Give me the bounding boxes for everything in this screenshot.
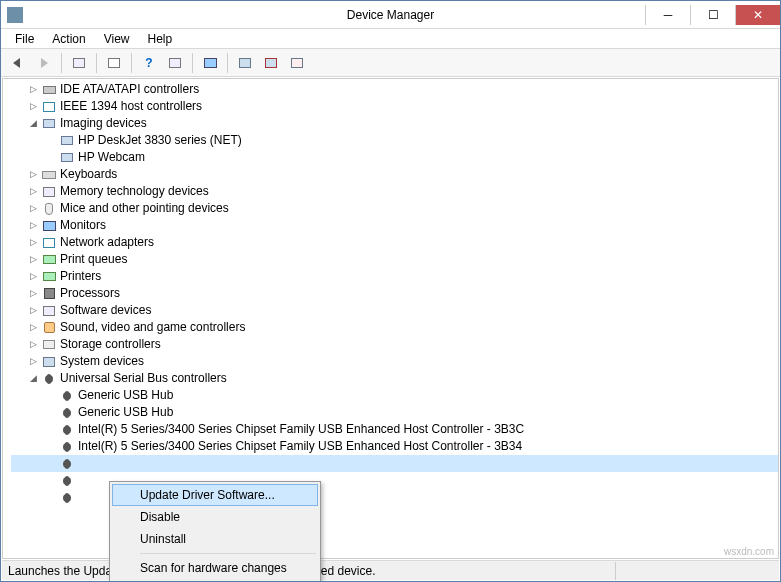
update-driver-button[interactable] — [234, 52, 256, 74]
net-icon — [41, 235, 57, 251]
expand-collapse-icon[interactable]: ▷ — [27, 81, 39, 98]
tree-node[interactable]: ▷Software devices — [11, 302, 778, 319]
tree-node[interactable] — [11, 455, 778, 472]
expand-collapse-icon[interactable]: ▷ — [27, 319, 39, 336]
storage-icon — [41, 337, 57, 353]
help-button[interactable]: ? — [138, 52, 160, 74]
tree-node[interactable]: ▷Storage controllers — [11, 336, 778, 353]
close-button[interactable]: ✕ — [735, 5, 780, 25]
tree-node[interactable]: ▷Monitors — [11, 217, 778, 234]
ctx-disable[interactable]: Disable — [112, 506, 318, 528]
back-button[interactable] — [7, 52, 29, 74]
tree-node-label: IEEE 1394 host controllers — [60, 98, 202, 115]
menu-action[interactable]: Action — [44, 30, 93, 48]
menu-help[interactable]: Help — [140, 30, 181, 48]
cam-icon — [41, 116, 57, 132]
tree-node[interactable]: ◢Universal Serial Bus controllers — [11, 370, 778, 387]
usb-icon — [59, 422, 75, 438]
ctx-uninstall[interactable]: Uninstall — [112, 528, 318, 550]
tree-node[interactable]: ▷IDE ATA/ATAPI controllers — [11, 81, 778, 98]
expand-collapse-icon[interactable]: ▷ — [27, 302, 39, 319]
cam-icon — [59, 133, 75, 149]
key-icon — [41, 167, 57, 183]
toolbar-separator — [227, 53, 228, 73]
tree-node[interactable]: ▷Mice and other pointing devices — [11, 200, 778, 217]
expand-collapse-icon[interactable]: ▷ — [27, 234, 39, 251]
tree-node[interactable]: Generic USB Hub — [11, 387, 778, 404]
printer-icon — [41, 269, 57, 285]
menu-view[interactable]: View — [96, 30, 138, 48]
app-icon — [7, 7, 23, 23]
ctx-item-label: Scan for hardware changes — [140, 561, 287, 575]
mouse-icon — [41, 201, 57, 217]
tree-node-label: System devices — [60, 353, 144, 370]
expand-collapse-icon[interactable]: ▷ — [27, 183, 39, 200]
scan-hardware-button[interactable] — [199, 52, 221, 74]
properties-button[interactable] — [103, 52, 125, 74]
window-buttons: ─ ☐ ✕ — [645, 5, 780, 25]
net-icon — [41, 99, 57, 115]
tree-node[interactable]: ▷Printers — [11, 268, 778, 285]
tree-node[interactable]: ▷Keyboards — [11, 166, 778, 183]
tree-node[interactable]: ◢Imaging devices — [11, 115, 778, 132]
toolbar-separator — [131, 53, 132, 73]
expand-collapse-icon[interactable]: ◢ — [27, 370, 39, 387]
toolbar-separator — [61, 53, 62, 73]
tree-node-label: IDE ATA/ATAPI controllers — [60, 81, 199, 98]
uninstall-button[interactable] — [260, 52, 282, 74]
expand-collapse-icon[interactable]: ▷ — [27, 336, 39, 353]
tree-node[interactable]: ▷System devices — [11, 353, 778, 370]
tree-node-label: Generic USB Hub — [78, 387, 173, 404]
expand-collapse-icon[interactable]: ▷ — [27, 251, 39, 268]
tree-node-label: Imaging devices — [60, 115, 147, 132]
usb-icon — [59, 473, 75, 489]
ide-icon — [41, 82, 57, 98]
minimize-button[interactable]: ─ — [645, 5, 690, 25]
expand-collapse-icon[interactable]: ▷ — [27, 285, 39, 302]
toolbar-button[interactable] — [164, 52, 186, 74]
tree-node-label: Generic USB Hub — [78, 404, 173, 421]
watermark: wsxdn.com — [724, 546, 774, 557]
tree-node[interactable]: Intel(R) 5 Series/3400 Series Chipset Fa… — [11, 421, 778, 438]
tree-node-label: HP DeskJet 3830 series (NET) — [78, 132, 242, 149]
usb-icon — [59, 405, 75, 421]
expand-collapse-icon[interactable]: ▷ — [27, 217, 39, 234]
expand-collapse-icon[interactable]: ▷ — [27, 268, 39, 285]
usb-icon — [41, 371, 57, 387]
tree-node-label: Mice and other pointing devices — [60, 200, 229, 217]
disable-button[interactable] — [286, 52, 308, 74]
tree-node-label: Sound, video and game controllers — [60, 319, 245, 336]
ctx-scan-hardware[interactable]: Scan for hardware changes — [112, 557, 318, 579]
expand-collapse-icon[interactable]: ▷ — [27, 98, 39, 115]
tree-node-label: Monitors — [60, 217, 106, 234]
tree-node[interactable]: Generic USB Hub — [11, 404, 778, 421]
forward-button[interactable] — [33, 52, 55, 74]
maximize-button[interactable]: ☐ — [690, 5, 735, 25]
tree-node-label: Intel(R) 5 Series/3400 Series Chipset Fa… — [78, 421, 524, 438]
ctx-item-label: Disable — [140, 510, 180, 524]
tree-node[interactable]: ▷Network adapters — [11, 234, 778, 251]
box-icon — [41, 303, 57, 319]
menubar: File Action View Help — [1, 29, 780, 49]
device-tree: ▷IDE ATA/ATAPI controllers▷IEEE 1394 hos… — [3, 79, 778, 508]
tree-node[interactable]: HP DeskJet 3830 series (NET) — [11, 132, 778, 149]
tree-node[interactable]: ▷IEEE 1394 host controllers — [11, 98, 778, 115]
expand-collapse-icon[interactable]: ▷ — [27, 200, 39, 217]
expand-collapse-icon[interactable]: ▷ — [27, 353, 39, 370]
usb-icon — [59, 439, 75, 455]
menu-file[interactable]: File — [7, 30, 42, 48]
show-hide-console-tree-button[interactable] — [68, 52, 90, 74]
ctx-update-driver[interactable]: Update Driver Software... — [112, 484, 318, 506]
tree-node[interactable]: ▷Memory technology devices — [11, 183, 778, 200]
expand-collapse-icon[interactable]: ◢ — [27, 115, 39, 132]
tree-node[interactable]: ▷Processors — [11, 285, 778, 302]
expand-collapse-icon[interactable]: ▷ — [27, 166, 39, 183]
usb-icon — [59, 456, 75, 472]
tree-node[interactable]: ▷Sound, video and game controllers — [11, 319, 778, 336]
tree-node[interactable]: Intel(R) 5 Series/3400 Series Chipset Fa… — [11, 438, 778, 455]
tree-node[interactable]: HP Webcam — [11, 149, 778, 166]
tree-node[interactable]: ▷Print queues — [11, 251, 778, 268]
titlebar: Device Manager ─ ☐ ✕ — [1, 1, 780, 29]
context-menu: Update Driver Software... Disable Uninst… — [109, 481, 321, 582]
ctx-separator — [140, 553, 316, 554]
